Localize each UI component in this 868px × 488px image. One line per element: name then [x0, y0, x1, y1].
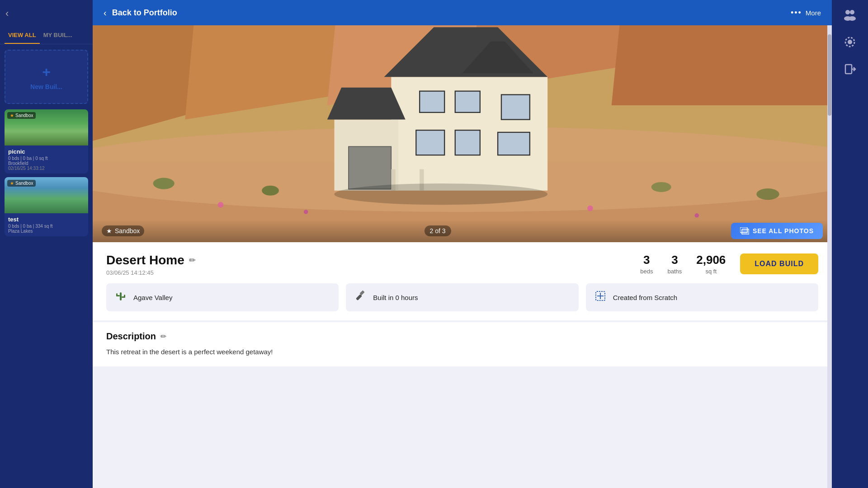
card-image-picnic: Sandbox — [5, 109, 88, 145]
stat-baths: 3 baths — [667, 253, 682, 275]
card-image-test: Sandbox — [5, 177, 88, 213]
card-location-test: Plaza Lakes — [8, 229, 85, 234]
card-info-picnic: picnic 0 bds | 0 ba | 0 sq ft Brookfield… — [5, 145, 88, 174]
svg-point-33 — [756, 188, 779, 200]
hammer-icon — [354, 290, 367, 305]
info-card-location-text: Agave Valley — [133, 294, 172, 301]
modal-more-button[interactable]: ••• More — [791, 8, 821, 18]
baths-label: baths — [667, 268, 682, 275]
svg-point-34 — [218, 202, 224, 208]
card-date-picnic: 02/16/25 14:33:12 — [8, 166, 85, 171]
see-all-photos-button[interactable]: SEE ALL PHOTOS — [731, 223, 823, 239]
svg-rect-55 — [120, 292, 122, 300]
details-top-row: Desert Home ✏ 03/06/25 14:12:45 3 beds 3… — [106, 253, 818, 276]
svg-point-15 — [850, 10, 854, 14]
svg-rect-46 — [416, 130, 444, 155]
plus-icon: + — [42, 64, 51, 80]
sidebar-card-test[interactable]: Sandbox test 0 bds | 0 ba | 334 sq ft Pl… — [5, 177, 88, 236]
beds-label: beds — [640, 268, 653, 275]
svg-rect-47 — [455, 130, 480, 155]
svg-rect-48 — [498, 132, 530, 155]
settings-icon[interactable] — [840, 33, 859, 52]
info-card-location: Agave Valley — [106, 283, 339, 311]
beds-number: 3 — [643, 253, 650, 267]
modal-overlay: ‹ Back to Portfolio ••• More — [93, 0, 832, 488]
modal-scrollbar[interactable] — [827, 25, 832, 488]
description-header: Description ✏ — [106, 331, 818, 342]
modal-back-arrow[interactable]: ‹ — [104, 8, 107, 18]
modal-content: ★ Sandbox 2 of 3 SEE ALL PHOTOS Des — [93, 25, 832, 488]
sidebar-card-picnic[interactable]: Sandbox picnic 0 bds | 0 ba | 0 sq ft Br… — [5, 109, 88, 174]
svg-point-31 — [262, 186, 279, 196]
modal-scrollbar-thumb — [828, 34, 831, 116]
see-all-photos-label: SEE ALL PHOTOS — [753, 227, 814, 235]
card-title-test: test — [8, 216, 85, 223]
description-section: Description ✏ This retreat in the desert… — [93, 322, 832, 366]
top-right-icon-bar — [832, 0, 868, 488]
star-icon: ★ — [106, 227, 112, 235]
svg-point-14 — [845, 10, 850, 14]
svg-rect-20 — [845, 65, 852, 74]
card-location-picnic: Brookfield — [8, 161, 85, 166]
build-stats: 3 beds 3 baths 2,906 sq ft LOAD BUILD — [640, 253, 818, 275]
sidebar-tabs: VIEW ALL MY BUIL... — [0, 27, 93, 44]
stat-beds: 3 beds — [640, 253, 653, 275]
modal-more-label: More — [806, 9, 821, 17]
sqft-label: sq ft — [706, 268, 717, 275]
info-card-creation-type-text: Created from Scratch — [613, 294, 678, 301]
build-name-area: Desert Home ✏ 03/06/25 14:12:45 — [106, 253, 196, 276]
info-card-build-time-text: Built in 0 hours — [373, 294, 418, 301]
svg-rect-49 — [349, 146, 391, 189]
hero-sandbox-tag: ★ Sandbox — [102, 225, 144, 236]
hero-image: ★ Sandbox 2 of 3 SEE ALL PHOTOS — [93, 25, 832, 242]
description-text: This retreat in the desert is a perfect … — [106, 347, 818, 357]
svg-point-32 — [651, 182, 671, 192]
info-card-build-time: Built in 0 hours — [346, 283, 578, 311]
info-card-creation-type: Created from Scratch — [586, 283, 818, 311]
svg-marker-27 — [612, 25, 832, 105]
hero-bottom-bar: ★ Sandbox 2 of 3 SEE ALL PHOTOS — [93, 220, 832, 242]
svg-point-35 — [304, 210, 308, 214]
load-build-button[interactable]: LOAD BUILD — [740, 253, 818, 274]
svg-point-36 — [587, 206, 593, 211]
svg-point-52 — [335, 183, 548, 205]
sidebar-top-nav: ‹ — [0, 0, 93, 27]
details-panel: Desert Home ✏ 03/06/25 14:12:45 3 beds 3… — [93, 242, 832, 320]
build-name: Desert Home — [106, 253, 184, 267]
card-info-test: test 0 bds | 0 ba | 334 sq ft Plaza Lake… — [5, 213, 88, 236]
svg-point-18 — [848, 40, 852, 44]
svg-point-37 — [695, 213, 699, 217]
users-icon[interactable] — [840, 5, 859, 24]
photo-counter: 2 of 3 — [425, 225, 451, 236]
svg-point-17 — [849, 16, 856, 21]
new-build-button[interactable]: + New Buil... — [5, 50, 88, 104]
build-date: 03/06/25 14:12:45 — [106, 269, 196, 276]
location-icon — [114, 290, 127, 305]
logout-icon[interactable] — [840, 60, 859, 79]
tab-my-builds[interactable]: MY BUIL... — [40, 27, 76, 44]
svg-point-30 — [153, 178, 175, 189]
card-meta-picnic: 0 bds | 0 ba | 0 sq ft — [8, 156, 85, 161]
sandbox-badge-picnic: Sandbox — [7, 112, 36, 119]
new-build-label: New Buil... — [30, 83, 62, 90]
sidebar: ‹ VIEW ALL MY BUIL... + New Buil... Sand… — [0, 0, 93, 488]
card-title-picnic: picnic — [8, 148, 85, 155]
svg-rect-59 — [124, 295, 125, 298]
svg-rect-45 — [501, 95, 530, 120]
info-cards-row: Agave Valley Built in 0 hours — [106, 283, 818, 311]
svg-rect-43 — [420, 91, 444, 113]
stat-sqft: 2,906 sq ft — [696, 253, 726, 275]
sidebar-back-arrow[interactable]: ‹ — [5, 8, 9, 19]
tab-view-all[interactable]: VIEW ALL — [5, 27, 40, 44]
modal-header: ‹ Back to Portfolio ••• More — [93, 0, 832, 25]
scratch-icon — [594, 290, 607, 305]
svg-rect-44 — [455, 91, 480, 113]
baths-number: 3 — [671, 253, 678, 267]
modal-header-title: Back to Portfolio — [112, 8, 177, 18]
description-edit-icon[interactable]: ✏ — [160, 332, 166, 341]
build-name-row: Desert Home ✏ — [106, 253, 196, 267]
modal-more-dots: ••• — [791, 8, 802, 18]
sqft-number: 2,906 — [696, 253, 726, 267]
build-name-edit-icon[interactable]: ✏ — [189, 255, 196, 265]
card-meta-test: 0 bds | 0 ba | 334 sq ft — [8, 224, 85, 229]
